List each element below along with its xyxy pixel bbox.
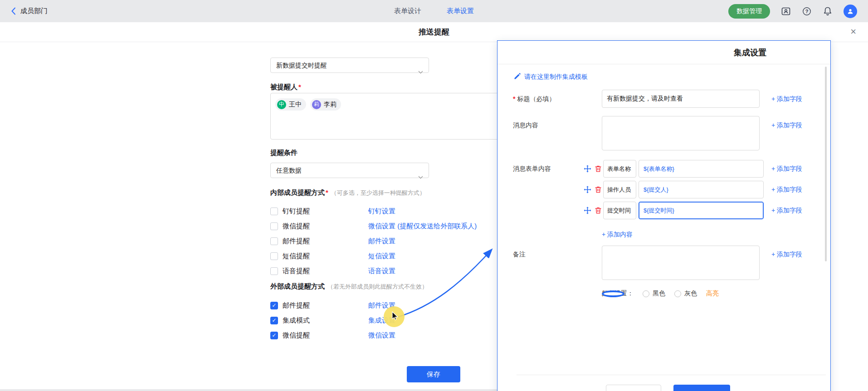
template-hint-link[interactable]: 请在这里制作集成模板 [514,72,588,81]
scrollbar-thumb[interactable] [825,67,827,261]
checkbox-checked[interactable]: ✓ [270,302,278,309]
edit-pencil-icon [514,72,521,81]
mouse-cursor-icon [390,310,400,320]
option-label: 语音提醒 [283,267,310,275]
row-value-input-focused[interactable] [639,202,764,219]
app-root: 成员部门 表单设计 表单设置 数据管理 ? 推送提醒 × [0,0,868,391]
close-icon[interactable]: × [850,22,856,41]
required-asterisk: * [298,83,301,91]
message-field-label: 消息内容 [513,121,538,130]
radio-gray[interactable]: 灰色 [674,290,697,298]
bell-icon[interactable] [823,6,833,16]
panel-primary-button[interactable] [673,385,730,391]
checkbox-unchecked[interactable] [270,222,278,230]
add-field-link[interactable]: + 添加字段 [771,121,802,130]
tab-form-settings[interactable]: 表单设置 [447,7,474,15]
contacts-icon[interactable] [781,6,791,16]
drag-move-icon[interactable] [583,206,591,214]
delete-trash-icon[interactable] [594,185,602,193]
radio-black[interactable]: 黑色 [643,290,665,298]
delete-trash-icon[interactable] [594,206,602,214]
checkbox-unchecked[interactable] [270,267,278,275]
option-label: 钉钉提醒 [283,207,310,216]
user-avatar[interactable] [844,5,857,18]
member-name: 王中 [289,101,302,109]
topbar: 成员部门 表单设计 表单设置 数据管理 ? [0,0,868,22]
dingtalk-settings-link[interactable]: 钉钉设置 [368,207,395,216]
external-methods-note: （若无外部成员则此提醒方式不生效） [327,283,428,290]
panel-header-divider [497,64,830,64]
title-field-label: *标题（必填） [513,95,555,103]
option-label: 邮件提醒 [283,301,310,310]
row-key-input[interactable] [603,160,636,178]
checkbox-checked[interactable]: ✓ [270,332,278,339]
row-value-input[interactable] [639,181,764,198]
message-textarea[interactable] [602,116,760,150]
voice-settings-link[interactable]: 语音设置 [368,267,395,275]
member-chip[interactable]: 莉 李莉 [310,98,341,111]
color-setting-row: 颜色设置： 黑色 灰色 高亮 [602,290,719,298]
radio-icon-selected [602,290,624,297]
wechat-settings-link[interactable]: 微信设置 (提醒仅发送给外部联系人) [368,222,477,231]
condition-select-value: 任意数据 [276,167,302,174]
drag-move-icon[interactable] [583,185,591,193]
add-field-link[interactable]: + 添加字段 [771,165,802,173]
condition-label: 提醒条件 [270,149,297,157]
save-button[interactable]: 保存 [407,366,460,382]
option-label: 短信提醒 [283,252,310,261]
back-icon[interactable] [11,7,16,15]
required-asterisk: * [513,95,515,102]
check-icon: ✓ [272,303,276,308]
radio-highlight[interactable]: 高亮 [706,290,719,298]
chevron-down-icon [418,169,423,184]
integration-settings-panel: 集成设置 请在这里制作集成模板 *标题（必填） + 添加字段 消息内容 + 添加… [497,40,831,391]
panel-secondary-button[interactable] [606,385,661,391]
member-avatar: 中 [277,100,286,109]
member-chip[interactable]: 中 王中 [275,98,306,111]
checkbox-unchecked[interactable] [270,252,278,260]
title-input[interactable] [602,90,760,108]
breadcrumb-title: 成员部门 [20,7,48,15]
trigger-select-value: 新数据提交时提醒 [276,62,327,69]
option-label: 集成模式 [283,316,310,325]
add-field-link[interactable]: + 添加字段 [771,207,802,215]
trigger-select[interactable]: 新数据提交时提醒 [270,58,429,73]
cursor-highlight [384,306,405,327]
drag-move-icon[interactable] [583,164,591,173]
row-key-input[interactable] [603,181,636,198]
add-field-link[interactable]: + 添加字段 [771,251,802,259]
member-name: 李莉 [324,101,336,109]
recipients-label: 被提醒人* [270,83,301,92]
check-icon: ✓ [272,318,276,323]
checkbox-unchecked[interactable] [270,237,278,245]
row-value-input[interactable] [639,160,764,178]
internal-methods-note: （可多选，至少选择一种提醒方式） [331,189,425,196]
tab-form-design[interactable]: 表单设计 [394,7,421,15]
remark-textarea[interactable] [602,246,760,280]
panel-footer-divider [517,375,826,375]
form-content-label: 消息表单内容 [513,165,551,173]
add-content-link[interactable]: + 添加内容 [602,231,633,239]
delete-trash-icon[interactable] [594,164,602,173]
condition-select[interactable]: 任意数据 [270,163,429,178]
radio-icon [674,290,681,297]
row-key-input[interactable] [603,202,636,219]
help-icon[interactable]: ? [802,6,812,16]
chevron-down-icon [418,64,423,79]
add-field-link[interactable]: + 添加字段 [771,186,802,194]
add-field-link[interactable]: + 添加字段 [771,95,802,103]
center-tabs: 表单设计 表单设置 [394,0,474,22]
internal-methods-title: 内部成员提醒方式*（可多选，至少选择一种提醒方式） [270,188,425,197]
checkbox-unchecked[interactable] [270,208,278,215]
panel-title: 集成设置 [723,47,777,58]
checkbox-checked[interactable]: ✓ [270,317,278,324]
data-manage-button[interactable]: 数据管理 [728,4,770,19]
email-settings-link[interactable]: 邮件设置 [368,237,395,246]
sms-settings-link[interactable]: 短信设置 [368,252,395,261]
member-avatar: 莉 [312,100,321,109]
required-asterisk: * [326,188,328,196]
page-bottom-strip [0,389,497,391]
radio-icon [643,290,649,297]
dialog-title: 推送提醒 [0,22,868,42]
ext-wechat-settings-link[interactable]: 微信设置 [368,331,395,340]
